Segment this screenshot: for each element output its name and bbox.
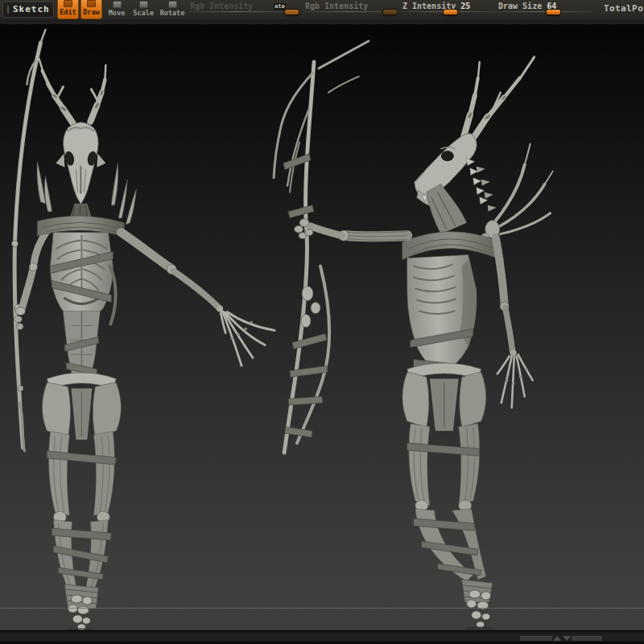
slider-handle[interactable] [443, 9, 458, 15]
slider-handle[interactable] [382, 9, 398, 15]
scrollbar-left-track[interactable] [520, 636, 552, 641]
z-intensity-slider[interactable]: Z Intensity 25 [401, 0, 499, 19]
move-icon [113, 1, 122, 8]
scroll-up-icon[interactable] [553, 636, 561, 641]
partial-overlapped-label: ate [274, 3, 286, 10]
floor-line [0, 608, 644, 609]
draw-label: Draw [83, 9, 99, 16]
rgb-intensity-label-1: Rgb Intensity [190, 2, 253, 10]
total-points-label: TotalPoint [604, 3, 644, 14]
top-shelf: Sketch Edit Draw Move Scale Rotate Rgb I… [0, 0, 644, 19]
rgb-intensity-label-2: Rgb Intensity [305, 2, 368, 10]
sculpt-figure-front [14, 59, 275, 630]
sketch-icon [7, 6, 9, 14]
edit-label: Edit [60, 9, 76, 16]
scroll-down-icon[interactable] [563, 636, 571, 641]
draw-size-slider[interactable]: Draw Size 64 [497, 0, 592, 19]
draw-size-text: Draw Size [498, 2, 542, 10]
rotate-icon [168, 1, 177, 8]
slider-track [188, 11, 298, 12]
scale-button[interactable]: Scale [130, 0, 156, 19]
draw-icon [87, 0, 96, 7]
document-canvas[interactable] [0, 25, 644, 630]
tray-scrollbar[interactable] [520, 635, 609, 642]
z-intensity-value: 25 [460, 2, 470, 10]
rgb-intensity-slider[interactable]: Rgb Intensity [303, 0, 401, 19]
shelf-divider [0, 19, 644, 25]
move-button[interactable]: Move [105, 0, 129, 19]
draw-button[interactable]: Draw [80, 0, 102, 19]
sketch-label: Sketch [13, 4, 50, 14]
slider-track [497, 11, 592, 12]
edit-icon [64, 0, 72, 7]
rotate-label: Rotate [160, 10, 185, 17]
sculpt-figure-side [295, 57, 553, 630]
zbrush-window: Sketch Edit Draw Move Scale Rotate Rgb I… [0, 0, 644, 644]
move-label: Move [109, 10, 125, 17]
slider-handle[interactable] [284, 9, 299, 15]
sketch-button[interactable]: Sketch [2, 1, 54, 18]
edit-button[interactable]: Edit [57, 0, 79, 19]
scale-label: Scale [133, 10, 154, 17]
bottom-bar [0, 630, 644, 644]
scrollbar-right-track[interactable] [572, 636, 602, 641]
z-intensity-label: Z Intensity 25 [402, 2, 470, 10]
sculpt-viewport-svg [0, 25, 644, 630]
scale-icon [139, 1, 148, 8]
branch-weapon [274, 41, 369, 452]
slider-handle[interactable] [546, 9, 561, 15]
rotate-button[interactable]: Rotate [158, 0, 187, 19]
